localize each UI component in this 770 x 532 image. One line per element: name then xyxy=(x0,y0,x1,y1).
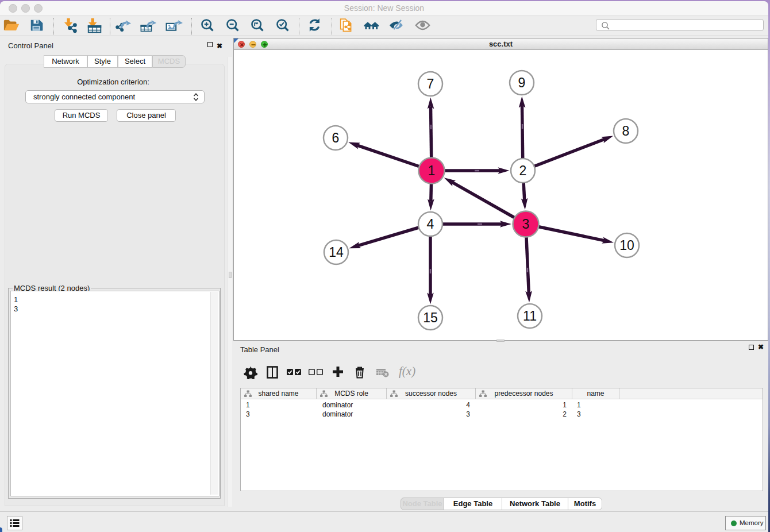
svg-text:7: 7 xyxy=(427,76,434,91)
svg-text:4: 4 xyxy=(427,217,434,232)
svg-text:11: 11 xyxy=(523,309,537,323)
svg-text:9: 9 xyxy=(518,75,526,90)
svg-text:1: 1 xyxy=(428,163,436,178)
svg-text:2: 2 xyxy=(519,163,527,178)
svg-text:3: 3 xyxy=(522,217,530,232)
svg-text:15: 15 xyxy=(423,310,438,325)
svg-text:10: 10 xyxy=(619,238,634,253)
svg-text:8: 8 xyxy=(622,124,630,138)
svg-text:14: 14 xyxy=(329,245,344,260)
svg-text:6: 6 xyxy=(332,130,340,145)
